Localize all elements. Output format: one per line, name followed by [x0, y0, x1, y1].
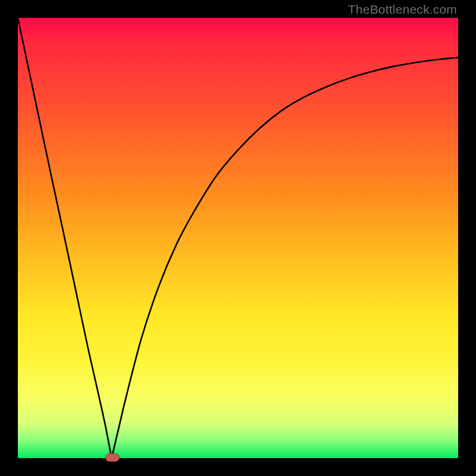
curve-svg	[18, 18, 458, 458]
plot-area	[18, 18, 458, 458]
minimum-marker	[105, 453, 120, 462]
bottleneck-curve	[18, 18, 458, 458]
chart-frame: TheBottleneck.com	[0, 0, 476, 476]
watermark-text: TheBottleneck.com	[348, 2, 457, 17]
